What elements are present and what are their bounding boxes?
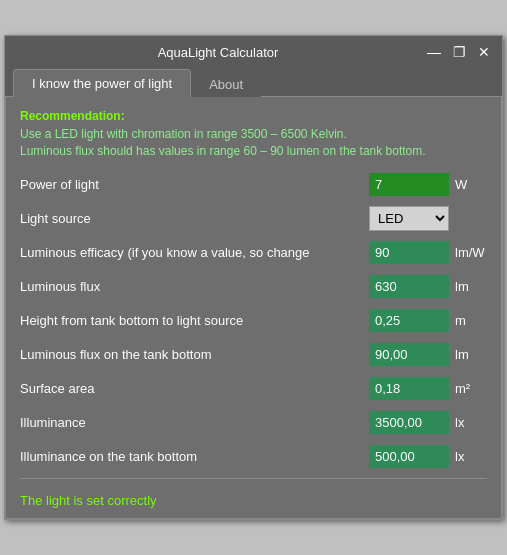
unit-flux-bottom: lm	[455, 347, 487, 362]
label-surface-area: Surface area	[20, 381, 369, 396]
window-controls: — ❐ ✕	[423, 45, 494, 59]
label-illuminance: Illuminance	[20, 415, 369, 430]
label-height: Height from tank bottom to light source	[20, 313, 369, 328]
unit-luminous-flux: lm	[455, 279, 487, 294]
select-light-source[interactable]: LED Fluorescent Halogen	[369, 206, 449, 231]
row-illuminance: Illuminance lx	[20, 408, 487, 436]
unit-illuminance: lx	[455, 415, 487, 430]
recommendation-line2: Luminous flux should has values in range…	[20, 144, 487, 158]
row-flux-bottom: Luminous flux on the tank bottom lm	[20, 340, 487, 368]
row-power: Power of light W	[20, 170, 487, 198]
titlebar: AquaLight Calculator — ❐ ✕	[5, 36, 502, 68]
input-illuminance[interactable]	[369, 411, 449, 434]
unit-surface-area: m²	[455, 381, 487, 396]
window-title: AquaLight Calculator	[13, 45, 423, 60]
label-light-source: Light source	[20, 211, 369, 226]
label-power: Power of light	[20, 177, 369, 192]
input-flux-bottom[interactable]	[369, 343, 449, 366]
content-area: Recommendation: Use a LED light with chr…	[5, 96, 502, 519]
row-light-source: Light source LED Fluorescent Halogen	[20, 204, 487, 232]
input-illuminance-bottom[interactable]	[369, 445, 449, 468]
input-power[interactable]	[369, 173, 449, 196]
recommendation-label: Recommendation:	[20, 109, 487, 123]
unit-luminous-efficacy: lm/W	[455, 245, 487, 260]
input-luminous-flux[interactable]	[369, 275, 449, 298]
recommendation-line1: Use a LED light with chromation in range…	[20, 127, 487, 141]
tab-power[interactable]: I know the power of light	[13, 69, 191, 97]
tab-bar: I know the power of light About	[5, 68, 502, 96]
label-flux-bottom: Luminous flux on the tank bottom	[20, 347, 369, 362]
input-height[interactable]	[369, 309, 449, 332]
row-luminous-flux: Luminous flux lm	[20, 272, 487, 300]
close-button[interactable]: ✕	[474, 45, 494, 59]
row-height: Height from tank bottom to light source …	[20, 306, 487, 334]
row-surface-area: Surface area m²	[20, 374, 487, 402]
input-surface-area[interactable]	[369, 377, 449, 400]
label-illuminance-bottom: Illuminance on the tank bottom	[20, 449, 369, 464]
divider	[20, 478, 487, 479]
unit-illuminance-bottom: lx	[455, 449, 487, 464]
restore-button[interactable]: ❐	[449, 45, 470, 59]
tab-about[interactable]: About	[191, 71, 261, 97]
input-luminous-efficacy[interactable]	[369, 241, 449, 264]
label-luminous-flux: Luminous flux	[20, 279, 369, 294]
row-luminous-efficacy: Luminous efficacy (if you know a value, …	[20, 238, 487, 266]
label-luminous-efficacy: Luminous efficacy (if you know a value, …	[20, 245, 369, 260]
status-text: The light is set correctly	[20, 489, 487, 508]
main-window: AquaLight Calculator — ❐ ✕ I know the po…	[4, 35, 503, 520]
row-illuminance-bottom: Illuminance on the tank bottom lx	[20, 442, 487, 470]
unit-height: m	[455, 313, 487, 328]
select-container-light-source: LED Fluorescent Halogen	[369, 206, 449, 231]
unit-power: W	[455, 177, 487, 192]
minimize-button[interactable]: —	[423, 45, 445, 59]
